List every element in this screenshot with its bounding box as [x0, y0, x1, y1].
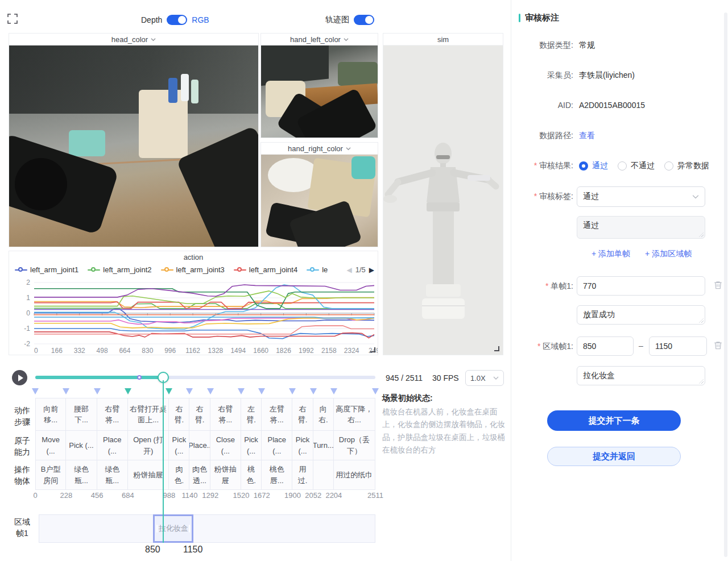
track-cell[interactable]: 右臂. [169, 398, 189, 431]
track-cell[interactable]: Pick (... [292, 431, 313, 460]
resize-grip-icon[interactable] [699, 379, 704, 384]
sim-viewport[interactable] [383, 45, 503, 355]
segment-flag-icon[interactable] [258, 388, 265, 394]
region-handle-left[interactable] [156, 525, 158, 533]
legend-item[interactable]: left_arm_joint2 [88, 265, 151, 274]
track-cell[interactable]: Close (... [210, 431, 241, 460]
track-cell[interactable]: 高度下降，右... [334, 398, 375, 431]
delete-region-frame-icon[interactable] [713, 340, 723, 351]
track-cell[interactable]: 右臂. [292, 398, 313, 431]
track-cell[interactable]: Place (... [262, 431, 292, 460]
legend-next-icon[interactable]: ▶ [369, 266, 374, 274]
submit-return-button[interactable]: 提交并返回 [547, 447, 681, 466]
submit-next-button[interactable]: 提交并下一条 [547, 410, 681, 431]
region-end-input[interactable]: 1150 [649, 336, 707, 356]
fullscreen-icon[interactable] [7, 14, 18, 24]
track-cell[interactable]: 右臂将... [97, 398, 128, 431]
play-button[interactable] [12, 370, 27, 385]
track-cell[interactable]: Pick (... [169, 431, 189, 460]
track-cell[interactable]: Pick (... [66, 431, 97, 460]
camera-select-hand-left[interactable]: hand_left_color [261, 34, 378, 45]
track-cell[interactable]: 肉色. [169, 460, 189, 490]
resize-grip-icon[interactable] [699, 318, 704, 323]
toggle-knob [178, 16, 186, 24]
legend-item[interactable]: left_arm_joint4 [234, 265, 297, 274]
legend-prev-icon[interactable]: ◀ [346, 266, 351, 274]
review-tag-note-value: 通过 [583, 221, 599, 230]
region-start-input[interactable]: 850 [577, 336, 634, 356]
segment-flag-icon[interactable] [186, 388, 193, 394]
track-cell[interactable]: Pick (... [241, 431, 262, 460]
resize-corner-icon[interactable] [494, 346, 499, 351]
scale-tick-label: 456 [91, 491, 104, 500]
add-region-frame-link[interactable]: + 添加区域帧 [645, 249, 692, 259]
review-result-radio-selected[interactable]: 通过 [579, 161, 608, 171]
track-cell[interactable]: B户型房间 [35, 460, 66, 490]
add-single-frame-link[interactable]: + 添加单帧 [592, 249, 630, 259]
playhead-line[interactable] [163, 380, 164, 543]
single-frame-note-textarea[interactable]: 放置成功 [577, 305, 705, 325]
svg-text:166: 166 [51, 347, 63, 355]
segment-flag-icon[interactable] [238, 388, 245, 394]
svg-text:1826: 1826 [276, 347, 291, 355]
track-cell[interactable] [313, 460, 334, 490]
track-cell[interactable]: 用过. [292, 460, 313, 490]
segment-flag-icon[interactable] [310, 388, 317, 394]
track-cell[interactable]: 粉饼抽屉 [210, 460, 241, 490]
segment-flag-icon[interactable] [372, 388, 379, 394]
segment-flag-icon[interactable] [330, 388, 337, 394]
track-cell[interactable]: 向右. [313, 398, 334, 431]
camera-panel-hand-left: hand_left_color [260, 33, 378, 138]
segment-flag-icon[interactable] [125, 388, 131, 394]
scale-tick-label: 2052 [305, 491, 321, 500]
track-cell[interactable]: 左臂. [241, 398, 262, 431]
track-cell[interactable]: 用过的纸巾 [334, 460, 375, 490]
track-cell[interactable]: 腰部下... [66, 398, 97, 431]
view-link[interactable]: 查看 [579, 131, 595, 141]
track-cell[interactable]: 右臂. [189, 398, 210, 431]
resize-corner-icon[interactable] [370, 347, 375, 352]
trajectory-toggle[interactable] [354, 15, 374, 25]
review-tag-note-textarea[interactable]: 通过 [577, 216, 705, 239]
single-frame-input[interactable]: 770 [577, 276, 705, 296]
track-cell[interactable]: 右臂将... [210, 398, 241, 431]
review-tag-select[interactable]: 通过 [577, 186, 705, 207]
track-cell[interactable]: Turn... [313, 431, 334, 460]
track-cell[interactable]: 桃色. [241, 460, 262, 490]
camera-select-hand-right[interactable]: hand_right_color [261, 143, 378, 155]
action-line-chart[interactable]: 210-1-2016633249866483099611621328149416… [9, 277, 378, 355]
track-cell[interactable]: Drop（丢下） [334, 431, 375, 460]
track-cell[interactable]: 肉色透... [189, 460, 210, 490]
segment-flag-icon[interactable] [32, 388, 39, 394]
play-icon [18, 375, 23, 381]
legend-item[interactable]: left_arm_joint1 [15, 265, 78, 274]
track-cell[interactable]: 向前移... [35, 398, 66, 431]
playback-speed-select[interactable]: 1.0X [465, 370, 504, 386]
segment-flag-icon[interactable] [94, 388, 101, 394]
legend-item[interactable]: left_arm_joint3 [161, 265, 225, 274]
region-handle-right[interactable] [189, 525, 190, 533]
segment-flag-icon[interactable] [166, 388, 172, 394]
track-cell[interactable]: 左臂将... [262, 398, 292, 431]
range-dash: – [639, 341, 643, 350]
region-frame-segment[interactable]: 拉化妆盒 [153, 514, 193, 543]
legend-item[interactable]: le [307, 265, 328, 274]
segment-flag-icon[interactable] [207, 388, 214, 394]
panel-scrollbar[interactable] [724, 13, 727, 557]
depth-rgb-toggle[interactable] [167, 15, 187, 25]
region-frame-note-textarea[interactable]: 拉化妆盒 [577, 366, 705, 385]
track-cell[interactable]: 绿色瓶... [66, 460, 97, 490]
resize-grip-icon[interactable] [699, 232, 704, 237]
camera-select-head[interactable]: head_color [9, 34, 258, 45]
delete-single-frame-icon[interactable] [713, 280, 723, 290]
track-cell[interactable]: 桃色唇... [262, 460, 292, 490]
review-result-radio-option[interactable]: 异常数据 [664, 161, 709, 171]
region-frame-track[interactable]: 拉化妆盒 [39, 514, 375, 543]
track-cell[interactable]: Place (... [97, 431, 128, 460]
segment-flag-icon[interactable] [63, 388, 69, 394]
segment-flag-icon[interactable] [289, 388, 296, 394]
track-cell[interactable]: Move (... [35, 431, 66, 460]
track-cell[interactable]: 绿色瓶... [97, 460, 128, 490]
track-cell[interactable]: Place.. [189, 431, 210, 460]
review-result-radio-option[interactable]: 不通过 [618, 161, 655, 171]
